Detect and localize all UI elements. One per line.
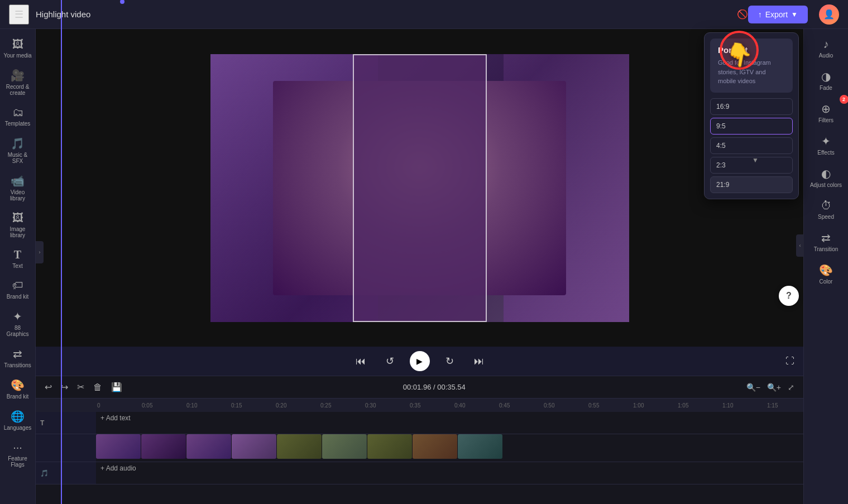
center-area: ⏮ ↺ ▶ ↻ ⏭ ⛶ ↩ ↪ ✂ 🗑 — [36, 29, 803, 504]
video-thumb-2[interactable] — [141, 434, 186, 459]
ruler-mark-35: 0:35 — [409, 402, 453, 409]
video-thumb-5[interactable] — [277, 434, 322, 459]
right-panel-filters[interactable]: ⊕ Filters 2 — [807, 98, 846, 128]
save-frame-button[interactable]: 💾 — [109, 380, 124, 395]
portrait-frame-overlay — [353, 54, 487, 322]
help-button[interactable]: ? — [779, 286, 799, 306]
chevron-right-icon: ‹ — [799, 243, 801, 248]
sidebar-item-label: Text — [12, 263, 22, 269]
ruler-mark-5: 0:05 — [141, 402, 185, 409]
video-thumb-3[interactable] — [186, 434, 231, 459]
audio-label: Audio — [819, 52, 833, 59]
speed-label: Speed — [818, 214, 834, 220]
ratio-16-9-label: 16:9 — [716, 103, 729, 111]
sidebar-item-languages[interactable]: 🌐 Languages — [1, 405, 35, 435]
video-thumbnails — [96, 434, 803, 459]
ruler-mark-10: 0:10 — [185, 402, 230, 409]
zoom-out-button[interactable]: 🔍− — [744, 381, 763, 394]
delete-button[interactable]: 🗑 — [91, 380, 104, 395]
fullscreen-icon: ⛶ — [785, 356, 794, 366]
music-icon: 🎵 — [11, 137, 25, 150]
video-thumb-9[interactable] — [458, 434, 502, 459]
cut-button[interactable]: ✂ — [75, 380, 87, 395]
video-thumb-4[interactable] — [232, 434, 276, 459]
save-status-icon: 🚫 — [737, 9, 748, 20]
right-panel-effects[interactable]: ✦ Effects — [807, 130, 846, 160]
ratio-4-5[interactable]: 4:5 — [710, 137, 793, 154]
rewind-button[interactable]: ↺ — [381, 353, 399, 369]
project-title: Highlight video — [36, 9, 732, 19]
skip-to-start-button[interactable]: ⏮ — [351, 353, 370, 369]
ratio-9-5[interactable]: 9:5 — [710, 118, 793, 135]
redo-button[interactable]: ↪ — [59, 380, 70, 395]
topbar-right: ↑ Export ▼ 👤 — [748, 4, 839, 25]
sidebar-item-feature-flags[interactable]: ··· Feature Flags — [1, 436, 35, 472]
text-icon: T — [14, 248, 21, 261]
user-avatar[interactable]: 👤 — [819, 4, 839, 25]
add-audio-button[interactable]: + Add audio — [96, 462, 803, 474]
play-icon: ▶ — [416, 357, 423, 366]
ruler-mark-25: 0:25 — [319, 402, 364, 409]
sidebar-item-your-media[interactable]: 🖼 Your media — [1, 33, 35, 63]
right-panel-color[interactable]: 🎨 Color — [807, 259, 846, 289]
feature-flags-icon: ··· — [13, 441, 22, 454]
color-icon: 🎨 — [819, 263, 833, 277]
sidebar-item-brand-kit[interactable]: 🏷 Brand kit — [1, 275, 35, 304]
video-thumb-1[interactable] — [96, 434, 141, 459]
right-panel-fade[interactable]: ◑ Fade — [807, 65, 846, 95]
sidebar-item-templates[interactable]: 🗂 Templates — [1, 102, 35, 131]
sidebar-item-graphics[interactable]: ✦ 88 Graphics — [1, 305, 35, 342]
timeline-area: ↩ ↪ ✂ 🗑 💾 00:01.96 / 00:35.54 🔍− 🔍+ ⤢ 0 … — [36, 376, 803, 504]
add-audio-label: + Add audio — [100, 464, 136, 472]
right-panel-audio[interactable]: ♪ Audio — [807, 33, 846, 63]
audio-track-content: + Add audio — [96, 462, 803, 484]
video-thumb-7[interactable] — [367, 434, 412, 459]
skip-to-end-button[interactable]: ⏭ — [469, 353, 488, 369]
audio-track: 🎵 + Add audio — [36, 462, 803, 484]
play-button[interactable]: ▶ — [410, 351, 430, 371]
add-text-label: + Add text — [100, 414, 131, 422]
right-panel-adjust-colors[interactable]: ◐ Adjust colors — [807, 162, 846, 193]
sidebar-item-music-sfx[interactable]: 🎵 Music & SFX — [1, 132, 35, 169]
ruler-mark-50: 0:50 — [543, 402, 587, 409]
sidebar-item-label: Brand kit — [7, 393, 28, 400]
skip-back-icon: ⏮ — [356, 356, 366, 367]
add-text-button[interactable]: + Add text — [96, 412, 803, 424]
sidebar-collapse-handle[interactable]: › — [36, 241, 44, 263]
ruler-mark-45: 0:45 — [498, 402, 543, 409]
ratio-21-9[interactable]: 21:9 — [710, 176, 793, 193]
sidebar-item-brand-kit2[interactable]: 🎨 Brand kit — [1, 374, 35, 404]
sidebar-item-label: Languages — [4, 425, 32, 431]
ratio-16-9[interactable]: 16:9 — [710, 98, 793, 115]
undo-button[interactable]: ↩ — [42, 380, 54, 395]
video-thumb-8[interactable] — [413, 434, 457, 459]
zoom-in-button[interactable]: 🔍+ — [765, 381, 783, 394]
sidebar-item-text[interactable]: T Text — [1, 244, 35, 273]
export-button[interactable]: ↑ Export ▼ — [748, 6, 808, 23]
help-button-container: ? — [779, 286, 799, 306]
right-panel-toggle[interactable]: ‹ — [796, 234, 804, 257]
aspect-panel-container: Portrait Good for Instagram stories, IGT… — [704, 32, 799, 199]
video-track-label — [36, 434, 96, 462]
ruler-mark-55: 0:55 — [587, 402, 632, 409]
fit-to-screen-button[interactable]: ⤢ — [785, 381, 797, 394]
ruler-mark-100: 1:00 — [632, 402, 677, 409]
sidebar-item-label: 88 Graphics — [3, 325, 32, 337]
topbar: ☰ Highlight video 🚫 ↑ Export ▼ 👤 — [0, 0, 848, 29]
forward-button[interactable]: ↻ — [441, 353, 458, 369]
languages-icon: 🌐 — [11, 410, 25, 423]
menu-button[interactable]: ☰ — [9, 4, 29, 25]
aspect-panel-scroll-down[interactable]: ▼ — [752, 156, 759, 164]
right-panel-speed[interactable]: ⏱ Speed — [807, 195, 846, 224]
zoom-controls: 🔍− 🔍+ ⤢ — [744, 381, 797, 394]
text-track-icon: T — [40, 419, 44, 427]
sidebar-item-record[interactable]: 🎥 Record &create — [1, 64, 35, 100]
sidebar-item-video-library[interactable]: 📹 Video library — [1, 170, 35, 206]
video-track-content — [96, 434, 803, 462]
right-panel-transition[interactable]: ⇄ Transition — [807, 227, 846, 257]
sidebar-item-transitions[interactable]: ⇄ Transitions — [1, 343, 35, 373]
fullscreen-button[interactable]: ⛶ — [785, 356, 794, 366]
ratio-2-3[interactable]: 2:3 — [710, 157, 793, 174]
sidebar-item-image-library[interactable]: 🖼 Image library — [1, 207, 35, 243]
video-thumb-6[interactable] — [322, 434, 367, 459]
